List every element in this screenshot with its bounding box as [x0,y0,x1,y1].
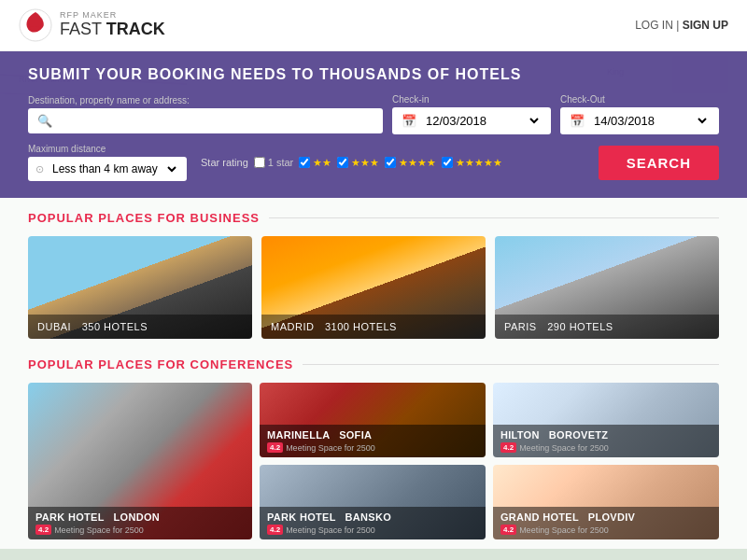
header: RFP MAKER FAST TRACK LOG IN | SIGN UP [0,0,747,51]
star-3-item[interactable]: ★★★ [337,157,379,169]
logo-icon [19,8,52,42]
destination-label: Destination, property name or address: [28,95,383,105]
max-dist-label: Maximum distance [28,144,187,154]
hilton-borovetz-label: HILTON BOROVETZ 4.2 Meeting Space for 25… [493,425,719,457]
max-distance-field: Maximum distance ⊙ Less than 4 km away L… [28,144,187,181]
business-cards: DUBAI 350 HOTELS MADRID 3100 HOTELS PARI… [28,236,719,339]
grand-hotel-plovdiv-label: GRAND HOTEL PLOVDIV 4.2 Meeting Space fo… [493,507,719,539]
checkin-field: Check-in 📅 12/03/2018 [392,94,551,134]
star-rating-row: Star rating 1 star ★★ ★★★ ★★★★ [201,157,585,169]
login-link[interactable]: LOG IN [635,19,673,32]
paris-label: PARIS 290 HOTELS [495,315,719,339]
destination-field: Destination, property name or address: 🔍 [28,95,383,133]
search-panel: SUBMIT YOUR BOOKING NEEDS TO THOUSANDS O… [0,51,747,198]
star-4-item[interactable]: ★★★★ [385,157,436,169]
marinella-sofia-card[interactable]: MARINELLA SOFIA 4.2 Meeting Space for 25… [260,383,486,457]
grand-plovdiv-badge: 4.2 [500,525,516,535]
checkout-field: Check-Out 📅 14/03/2018 [560,94,719,134]
checkin-select[interactable]: 12/03/2018 [422,113,542,129]
park-hotel-london-name: PARK HOTEL LONDON [35,511,245,523]
signup-link[interactable]: SIGN UP [683,19,728,32]
park-hotel-london-label: PARK HOTEL LONDON 4.2 Meeting Space for … [28,507,252,539]
marinella-sofia-label: MARINELLA SOFIA 4.2 Meeting Space for 25… [260,425,486,457]
dubai-city: DUBAI [37,321,71,332]
logo-area: RFP MAKER FAST TRACK [19,8,165,42]
conference-section-title: POPULAR PLACES FOR CONFERENCES [28,357,719,371]
madrid-city: MADRID [271,321,314,332]
hilton-badge: 4.2 [500,442,516,453]
marinella-meta: 4.2 Meeting Space for 2500 [267,442,478,453]
checkout-select[interactable]: 14/03/2018 [590,113,710,129]
hilton-meta: 4.2 Meeting Space for 2500 [500,442,712,453]
grand-plovdiv-name: GRAND HOTEL PLOVDIV [500,511,712,523]
distance-select[interactable]: Less than 4 km away Less than 2 km away … [49,161,179,176]
madrid-hotels: 3100 HOTELS [325,321,397,332]
business-section-title: POPULAR PLACES FOR BUSINESS [28,211,719,225]
star-2-item[interactable]: ★★ [299,157,331,169]
park-hotel-london-badge: 4.2 [35,525,51,535]
park-hotel-bansko-card[interactable]: PARK HOTEL BANSKO 4.2 Meeting Space for … [260,465,486,539]
hilton-borovetz-card[interactable]: HILTON BOROVETZ 4.2 Meeting Space for 25… [493,383,719,457]
star-rating-label: Star rating [201,157,248,168]
park-hotel-london-meta: 4.2 Meeting Space for 2500 [35,525,245,535]
checkout-calendar-icon: 📅 [570,114,585,128]
search-title: SUBMIT YOUR BOOKING NEEDS TO THOUSANDS O… [28,66,719,83]
dubai-label: DUBAI 350 HOTELS [28,315,252,339]
conference-grid: PARK HOTEL LONDON 4.2 Meeting Space for … [28,383,719,539]
checkout-label: Check-Out [560,94,719,105]
grand-hotel-plovdiv-card[interactable]: GRAND HOTEL PLOVDIV 4.2 Meeting Space fo… [493,465,719,539]
park-bansko-badge: 4.2 [267,525,283,535]
grand-plovdiv-meta: 4.2 Meeting Space for 2500 [500,525,712,535]
marinella-name: MARINELLA SOFIA [267,429,478,441]
paris-hotels: 290 HOTELS [547,321,613,332]
business-section: POPULAR PLACES FOR BUSINESS DUBAI 350 HO… [0,198,747,346]
park-bansko-name: PARK HOTEL BANSKO [267,511,478,523]
marinella-badge: 4.2 [267,442,283,453]
park-bansko-meta: 4.2 Meeting Space for 2500 [267,525,478,535]
paris-city: PARIS [504,321,537,332]
park-hotel-bansko-label: PARK HOTEL BANSKO 4.2 Meeting Space for … [260,507,486,539]
checkin-calendar-icon: 📅 [402,114,416,128]
star-4-checkbox[interactable] [385,157,396,168]
search-button[interactable]: SEARCH [599,146,719,180]
star-3-checkbox[interactable] [337,157,348,168]
paris-card[interactable]: PARIS 290 HOTELS [495,236,719,339]
dubai-card[interactable]: DUBAI 350 HOTELS [28,236,252,339]
star-2-checkbox[interactable] [299,157,310,168]
search-icon: 🔍 [37,114,52,128]
madrid-card[interactable]: MADRID 3100 HOTELS [261,236,486,339]
star-1-checkbox[interactable] [254,157,265,168]
checkin-label: Check-in [392,94,551,105]
dubai-hotels: 350 HOTELS [82,321,148,332]
distance-icon: ⊙ [35,163,44,175]
logo-text: RFP MAKER FAST TRACK [60,11,165,39]
destination-input[interactable] [58,114,374,128]
brand-name: FAST TRACK [60,21,165,39]
header-nav: LOG IN | SIGN UP [635,19,728,32]
star-5-item[interactable]: ★★★★★ [442,157,502,169]
madrid-label: MADRID 3100 HOTELS [261,315,486,339]
hilton-name: HILTON BOROVETZ [500,429,712,441]
star-1-item[interactable]: 1 star [254,157,294,168]
park-hotel-london-card[interactable]: PARK HOTEL LONDON 4.2 Meeting Space for … [28,383,252,539]
conference-section: POPULAR PLACES FOR CONFERENCES PARK HOTE… [0,346,747,549]
star-5-checkbox[interactable] [442,157,453,168]
